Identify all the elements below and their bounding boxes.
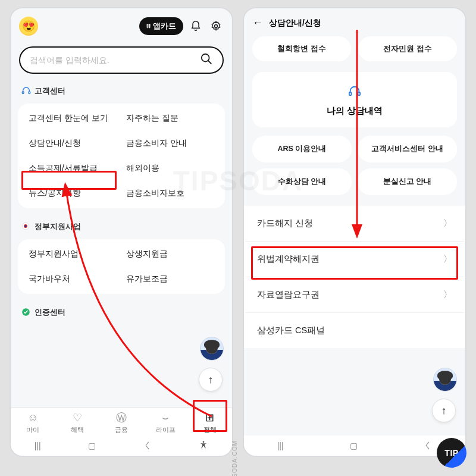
chip-lost-report[interactable]: 분실신고 안내 bbox=[358, 168, 457, 195]
nav-label: 라이프 bbox=[156, 425, 176, 434]
row-data-request[interactable]: 자료열람요구권 〉 bbox=[245, 277, 464, 313]
back-button[interactable]: く bbox=[424, 440, 432, 451]
tip-badge: TIP bbox=[437, 438, 466, 468]
face-icon: ☺ bbox=[27, 411, 38, 424]
row-card-cancel[interactable]: 카드해지 신청 〉 bbox=[245, 206, 464, 242]
section-customer-center: 고객센터 bbox=[11, 81, 232, 100]
svg-rect-3 bbox=[22, 92, 24, 94]
recent-apps-button[interactable]: ||| bbox=[277, 441, 284, 450]
left-phone: 😍 ⌗ 앱카드 고객센터 고객센터 bbox=[10, 7, 233, 457]
chevron-right-icon: 〉 bbox=[443, 289, 452, 300]
assistant-avatar[interactable]: × bbox=[433, 368, 457, 392]
row-label: 삼성카드 CS패널 bbox=[257, 325, 325, 336]
row-label: 자료열람요구권 bbox=[257, 289, 320, 300]
my-consult-title: 나의 상담내역 bbox=[258, 105, 451, 117]
svg-point-1 bbox=[202, 54, 209, 62]
system-nav: ||| ▢ く bbox=[11, 436, 232, 456]
chip-service-center[interactable]: 고객서비스센터 안내 bbox=[358, 136, 457, 162]
app-card-label: 앱카드 bbox=[153, 21, 176, 32]
my-consult-card[interactable]: 나의 상담내역 bbox=[252, 72, 457, 127]
nav-all[interactable]: ⊞전체 bbox=[188, 411, 232, 434]
svg-point-8 bbox=[203, 441, 205, 443]
svg-rect-10 bbox=[358, 92, 361, 96]
chip-complaint[interactable]: 전자민원 접수 bbox=[358, 36, 457, 61]
scroll-top-button[interactable]: ↑ bbox=[199, 368, 223, 392]
nav-label: 혜택 bbox=[71, 425, 84, 434]
nav-label: 마이 bbox=[26, 425, 39, 434]
row-label: 위법계약해지권 bbox=[257, 253, 320, 265]
headset-icon bbox=[348, 90, 361, 100]
back-arrow-icon[interactable]: ← bbox=[252, 17, 263, 29]
check-badge-icon bbox=[21, 308, 31, 317]
recent-apps-button[interactable]: ||| bbox=[35, 441, 41, 450]
section-title-text: 고객센터 bbox=[35, 86, 65, 96]
search-box[interactable] bbox=[19, 46, 224, 74]
nav-life[interactable]: ⌣라이프 bbox=[143, 411, 187, 434]
scroll-top-button[interactable]: ↑ bbox=[432, 399, 456, 422]
close-icon[interactable]: × bbox=[218, 337, 224, 342]
nav-my[interactable]: ☺마이 bbox=[11, 411, 55, 434]
row-cs-panel[interactable]: 삼성카드 CS패널 bbox=[245, 313, 464, 348]
right-phone: ← 상담안내/신청 철회항변 접수 전자민원 접수 나의 상담내역 ARS 이용… bbox=[243, 7, 466, 457]
headset-icon bbox=[21, 86, 31, 96]
profile-emoji[interactable]: 😍 bbox=[19, 17, 38, 36]
bottom-nav: ☺마이 ♡혜택 Ⓦ금융 ⌣라이프 ⊞전체 bbox=[11, 407, 232, 436]
heart-icon: ♡ bbox=[73, 411, 82, 424]
gear-icon[interactable] bbox=[208, 18, 224, 34]
menu-item[interactable]: 뉴스/공지사항 bbox=[26, 187, 119, 200]
row-illegal-contract[interactable]: 위법계약해지권 〉 bbox=[245, 242, 464, 277]
home-button[interactable]: ▢ bbox=[350, 441, 358, 450]
menu-item[interactable]: 소득공제/서류발급 bbox=[26, 162, 119, 175]
close-icon[interactable]: × bbox=[452, 368, 457, 373]
bell-icon[interactable] bbox=[188, 18, 203, 34]
chip-withdraw[interactable]: 철회항변 접수 bbox=[252, 36, 351, 61]
action-list: 카드해지 신청 〉 위법계약해지권 〉 자료열람요구권 〉 삼성카드 CS패널 bbox=[244, 206, 465, 348]
section-auth-center: 인증센터 bbox=[11, 302, 232, 321]
menu-item[interactable]: 국가바우처 bbox=[26, 273, 119, 286]
scan-icon: ⌗ bbox=[146, 21, 151, 31]
menu-item-consult[interactable]: 상담안내/신청 bbox=[26, 137, 119, 150]
section-gov-support: 정부지원사업 bbox=[11, 217, 232, 236]
left-header: 😍 ⌗ 앱카드 bbox=[11, 8, 232, 39]
back-button[interactable]: く bbox=[143, 440, 152, 451]
nav-label: 전체 bbox=[203, 425, 217, 434]
menu-item[interactable]: 금융소비자 안내 bbox=[124, 137, 217, 150]
section-title-text: 정부지원사업 bbox=[35, 221, 81, 232]
chevron-right-icon: 〉 bbox=[443, 253, 452, 265]
search-input[interactable] bbox=[30, 55, 200, 65]
svg-rect-4 bbox=[29, 92, 30, 94]
nav-finance[interactable]: Ⓦ금융 bbox=[99, 411, 143, 434]
menu-item[interactable]: 자주하는 질문 bbox=[124, 112, 217, 125]
search-icon[interactable] bbox=[200, 52, 213, 68]
menu-item[interactable]: 고객센터 한눈에 보기 bbox=[26, 112, 119, 125]
nav-label: 금융 bbox=[115, 425, 128, 434]
right-header: ← 상담안내/신청 bbox=[244, 8, 465, 33]
section-title-text: 인증센터 bbox=[35, 307, 65, 318]
flag-icon bbox=[21, 222, 31, 231]
svg-rect-9 bbox=[349, 92, 352, 96]
assistant-avatar[interactable]: × bbox=[200, 337, 224, 361]
nav-benefit[interactable]: ♡혜택 bbox=[55, 411, 99, 434]
page-title: 상담안내/신청 bbox=[269, 18, 321, 29]
menu-item[interactable]: 정부지원사업 bbox=[26, 248, 119, 261]
home-button[interactable]: ▢ bbox=[88, 441, 96, 450]
menu-item[interactable]: 상생지원금 bbox=[124, 248, 217, 261]
row-label: 카드해지 신청 bbox=[257, 218, 313, 229]
menu-item[interactable]: 유가보조금 bbox=[124, 273, 217, 286]
customer-center-card: 고객센터 한눈에 보기 자주하는 질문 상담안내/신청 금융소비자 안내 소득공… bbox=[18, 104, 225, 208]
cup-icon: ⌣ bbox=[162, 411, 169, 424]
svg-line-2 bbox=[208, 61, 212, 64]
app-card-button[interactable]: ⌗ 앱카드 bbox=[139, 17, 183, 35]
chip-ars[interactable]: ARS 이용안내 bbox=[252, 136, 352, 162]
chevron-right-icon: 〉 bbox=[443, 218, 452, 229]
won-icon: Ⓦ bbox=[116, 411, 127, 424]
grid-icon: ⊞ bbox=[205, 411, 214, 424]
chip-sign-consult[interactable]: 수화상담 안내 bbox=[252, 168, 352, 195]
side-credit: TIPSODA.COM bbox=[231, 440, 238, 476]
menu-item[interactable]: 금융소비자보호 bbox=[124, 187, 217, 200]
system-nav: ||| ▢ く bbox=[244, 436, 465, 456]
menu-item[interactable]: 해외이용 bbox=[124, 162, 217, 175]
svg-point-0 bbox=[215, 25, 218, 28]
gov-support-card: 정부지원사업 상생지원금 국가바우처 유가보조금 bbox=[18, 239, 225, 294]
accessibility-icon[interactable] bbox=[199, 440, 208, 452]
